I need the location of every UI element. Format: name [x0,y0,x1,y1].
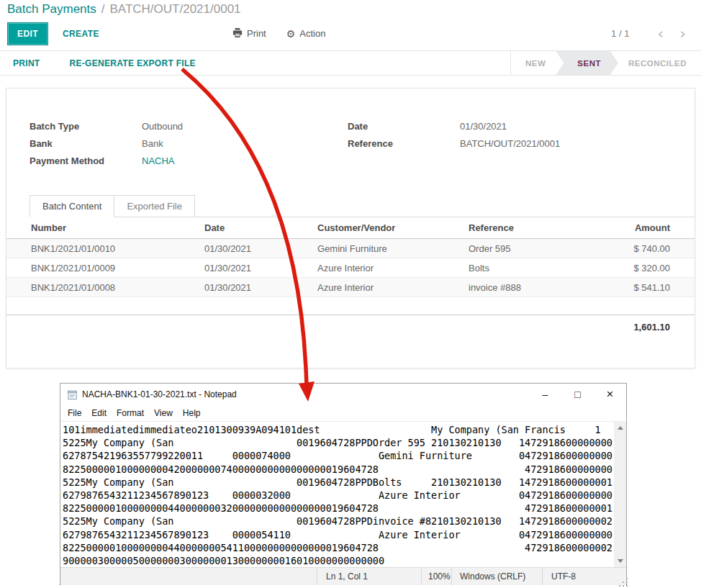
vertical-scrollbar[interactable] [614,422,626,567]
notepad-titlebar[interactable]: NACHA-BNK1-01-30-2021.txt - Notepad – □ … [60,384,626,405]
nacha-line: 6279876543211234567890123 0000032000 Azu… [63,489,614,502]
gear-icon: ⚙ [286,28,296,40]
breadcrumb-record: BATCH/OUT/2021/0001 [110,2,241,17]
batch-content-table: Number Date Customer/Vendor Reference Am… [6,217,695,333]
cell-date: 01/30/2021 [204,243,317,254]
tab-batch-content[interactable]: Batch Content [30,195,114,217]
table-total: 1,601.10 [633,322,670,333]
form-sheet: Batch Type Outbound Bank Bank Payment Me… [6,88,695,368]
cell-partner: Azure Interior [317,282,469,293]
nacha-line: 101immediatedimmediateo2101300939A094101… [63,423,614,436]
menu-format[interactable]: Format [112,408,149,418]
batch-payment-page: Batch Payments / BATCH/OUT/2021/0001 EDI… [0,0,701,588]
notepad-window-title: NACHA-BNK1-01-30-2021.txt - Notepad [82,389,237,399]
line-ending: Windows (CRLF) [452,568,543,585]
menu-view[interactable]: View [149,408,178,418]
form-group-right: Date 01/30/2021 Reference BATCH/OUT/2021… [348,117,666,169]
cell-partner: Azure Interior [317,263,469,273]
status-step-reconciled[interactable]: RECONCILED [614,51,701,75]
print-record-button[interactable]: PRINT [13,58,40,68]
col-reference: Reference [469,222,620,233]
batch-type-label: Batch Type [30,121,142,132]
record-buttons: PRINT RE-GENERATE EXPORT FILE [0,51,196,75]
form-group-left: Batch Type Outbound Bank Bank Payment Me… [30,117,348,169]
record-actions: Print ⚙ Action [232,28,325,40]
cell-partner: Gemini Furniture [317,243,469,254]
cell-reference: Bolts [469,263,620,273]
regenerate-export-file-button[interactable]: RE-GENERATE EXPORT FILE [70,58,196,68]
col-customer-vendor: Customer/Vendor [317,222,469,233]
cursor-position: Ln 1, Col 1 [317,568,422,585]
date-label: Date [348,121,460,132]
resize-grip-icon[interactable] [623,582,624,583]
printer-icon [232,28,243,40]
status-widget: NEW SENT RECONCILED [510,51,701,75]
payment-method-label: Payment Method [30,155,142,166]
cell-amount: $ 320.00 [620,263,695,273]
nacha-line: 8225000001000000004400000003200000000000… [63,502,614,515]
action-menu-label: Action [299,28,325,39]
table-row[interactable]: BNK1/2021/01/0010 01/30/2021 Gemini Furn… [6,239,695,258]
table-row[interactable]: BNK1/2021/01/0009 01/30/2021 Azure Inter… [6,258,695,278]
breadcrumb-section[interactable]: Batch Payments [7,2,96,17]
cell-amount: $ 740.00 [620,243,695,254]
notepad-icon [67,389,78,400]
notepad-window: NACHA-BNK1-01-30-2021.txt - Notepad – □ … [60,383,627,585]
breadcrumb-separator: / [101,2,105,17]
payment-method-value[interactable]: NACHA [142,155,175,166]
nacha-line: 5225My Company (San 0019604728PPDinvoice… [63,515,614,528]
reference-label: Reference [348,138,460,149]
notepad-menubar: File Edit Format View Help [60,405,626,421]
menu-help[interactable]: Help [178,408,206,418]
batch-type-value: Outbound [142,121,183,132]
text-editor-area[interactable]: 101immediatedimmediateo2101300939A094101… [60,422,614,567]
scroll-up-icon[interactable] [614,422,626,434]
nacha-line: 6279876543211234567890123 0000054110 Azu… [63,528,614,541]
status-step-new[interactable]: NEW [511,51,560,75]
form-fields: Batch Type Outbound Bank Bank Payment Me… [6,89,695,169]
cell-amount: $ 541.10 [620,282,695,293]
minimize-icon[interactable]: – [529,384,561,405]
nacha-line: 5225My Company (San 0019604728PPDOrder 5… [63,436,614,449]
tab-exported-file[interactable]: Exported File [114,195,195,217]
bank-value: Bank [142,138,163,149]
control-panel: EDIT CREATE Print ⚙ Action 1 / 1 ‹ › [0,17,701,50]
table-header-row: Number Date Customer/Vendor Reference Am… [6,217,695,239]
cell-date: 01/30/2021 [204,263,317,273]
create-button[interactable]: CREATE [63,29,99,39]
maximize-icon[interactable]: □ [561,384,594,405]
notepad-content: 101immediatedimmediateo2101300939A094101… [60,421,626,567]
col-date: Date [204,222,317,233]
cell-date: 01/30/2021 [204,282,317,293]
nacha-line: 8225000001000000004200000007400000000000… [63,463,614,476]
status-segment-empty [60,568,317,585]
cell-reference: invoice #888 [469,282,620,293]
bank-label: Bank [30,138,142,149]
print-menu-label: Print [247,28,266,39]
pager-count: 1 / 1 [611,28,629,39]
window-controls: – □ × [529,384,626,405]
nacha-line: 9000003000005000000030000000130000000016… [63,554,614,567]
scroll-down-icon[interactable] [614,555,626,567]
print-menu-button[interactable]: Print [232,28,266,40]
table-spacer [6,297,695,315]
notebook-tabs: Batch Content Exported File [30,195,695,217]
status-step-sent[interactable]: SENT [556,51,618,75]
menu-file[interactable]: File [63,408,86,418]
chevron-right-icon[interactable]: › [671,26,694,42]
cell-reference: Order 595 [469,243,620,254]
col-amount: Amount [620,222,695,233]
close-icon[interactable]: × [594,384,626,405]
action-menu-button[interactable]: ⚙ Action [286,28,326,40]
table-row[interactable]: BNK1/2021/01/0008 01/30/2021 Azure Inter… [6,278,695,297]
nacha-line: 627875421963557799220011 0000074000 Gemi… [63,449,614,462]
edit-button[interactable]: EDIT [7,22,48,45]
cell-number: BNK1/2021/01/0010 [6,243,204,254]
notepad-statusbar: Ln 1, Col 1 100% Windows (CRLF) UTF-8 [60,567,626,585]
chevron-left-icon[interactable]: ‹ [649,26,671,42]
cell-number: BNK1/2021/01/0008 [6,282,204,293]
cell-number: BNK1/2021/01/0009 [6,263,204,273]
menu-edit[interactable]: Edit [86,408,112,418]
breadcrumb: Batch Payments / BATCH/OUT/2021/0001 [0,0,701,17]
statusbar-row: PRINT RE-GENERATE EXPORT FILE NEW SENT R… [0,50,701,76]
